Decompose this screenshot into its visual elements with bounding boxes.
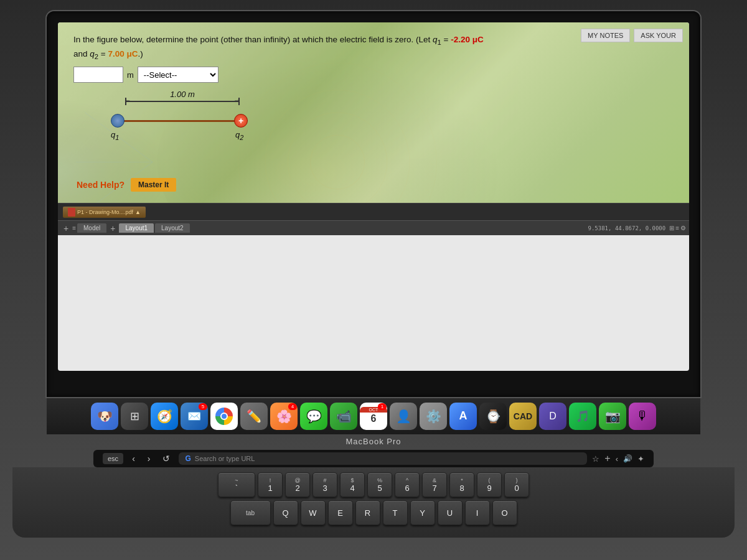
macbook-pro-label: MacBook Pro [345, 437, 401, 446]
esc-key[interactable]: esc [103, 453, 123, 464]
key-0[interactable]: ) 0 [504, 472, 529, 497]
key-1[interactable]: ! 1 [258, 472, 283, 497]
chevron-button[interactable]: ‹ [616, 454, 618, 464]
key-9[interactable]: ( 9 [477, 472, 502, 497]
add-tab-touch-button[interactable]: + [604, 453, 610, 464]
q2-charge: + [234, 114, 248, 128]
dock-icon-safari[interactable]: 🧭 [151, 403, 178, 430]
add-layout-button[interactable]: + [108, 223, 118, 233]
menu-tab-button[interactable]: ≡ [72, 225, 76, 231]
dock-icon-calendar[interactable]: OCT 6 1 [360, 403, 387, 430]
need-help-section: Need Help? Master It [77, 178, 674, 192]
keyboard-row-numbers: ~ ` ! 1 @ 2 # 3 $ 4 % 5 [25, 472, 722, 497]
key-e[interactable]: E [328, 500, 353, 525]
model-tab[interactable]: Model [77, 223, 106, 233]
answer-input-row: m --Select-- to the left of q₁ between q… [73, 67, 674, 83]
my-notes-button[interactable]: MY NOTES [581, 29, 630, 42]
search-placeholder: Search or type URL [195, 455, 255, 462]
layout2-tab[interactable]: Layout2 [155, 223, 190, 233]
touch-bar: esc ‹ › ↺ G Search or type URL ☆ + ‹ 🔊 ✦ [93, 450, 654, 467]
photos-badge: 4 [288, 403, 297, 410]
volume-icon: 🔊 [623, 454, 632, 463]
key-u[interactable]: U [438, 500, 463, 525]
dock-icon-appstore[interactable]: A [449, 403, 477, 430]
master-it-button[interactable]: Master It [131, 178, 176, 192]
unit-label: m [127, 70, 134, 80]
tab-bar: + ≡ Model + Layout1 Layout2 9.5381, 44.8… [58, 220, 689, 235]
key-6[interactable]: ^ 6 [395, 472, 420, 497]
ask-your-button[interactable]: ASK YOUR [634, 29, 683, 42]
key-t[interactable]: T [383, 500, 408, 525]
forward-button[interactable]: › [144, 452, 154, 465]
add-tab-button[interactable]: + [61, 223, 71, 233]
google-icon: G [185, 454, 190, 463]
taskbar-pdf-item[interactable]: P1 - Drawing-Mo....pdf ▲ [63, 207, 146, 218]
key-4[interactable]: $ 4 [340, 472, 365, 497]
dock: 🐶 ⊞ 🧭 ✉️ 5 ✏️ 🌸 4 💬 [47, 397, 700, 434]
key-r[interactable]: R [355, 500, 380, 525]
coordinates-display: 9.5381, 44.8672, 0.0000 [588, 225, 666, 231]
bookmark-button[interactable]: ☆ [592, 454, 599, 464]
dock-icon-facetime2[interactable]: 📷 [599, 403, 626, 430]
dock-icon-chrome[interactable] [210, 403, 238, 430]
q1-label: q1 [111, 130, 119, 141]
brightness-icon: ✦ [637, 454, 644, 464]
dock-icon-spotify[interactable]: 🎵 [569, 403, 596, 430]
key-tilde[interactable]: ~ ` [218, 472, 255, 497]
key-w[interactable]: W [301, 500, 326, 525]
dock-icon-photos[interactable]: 🌸 4 [270, 403, 298, 430]
reload-button[interactable]: ↺ [159, 452, 174, 465]
pdf-icon [68, 208, 75, 217]
key-7[interactable]: & 7 [422, 472, 447, 497]
top-buttons: MY NOTES ASK YOUR [581, 29, 683, 42]
key-q[interactable]: Q [273, 500, 298, 525]
layout1-tab[interactable]: Layout1 [119, 223, 154, 233]
expand-icon: ▲ [135, 209, 141, 215]
distance-label: 1.00 m [170, 90, 195, 99]
keyboard-row-qwerty: tab Q W E R T Y U I O [25, 500, 722, 525]
key-y[interactable]: Y [410, 500, 435, 525]
settings-tab-icon[interactable]: ⚙ [680, 225, 686, 231]
screen-content: MY NOTES ASK YOUR In the figure below, d… [58, 22, 689, 371]
dock-icon-launchpad[interactable]: ⊞ [121, 403, 148, 430]
key-8[interactable]: * 8 [449, 472, 474, 497]
key-2[interactable]: @ 2 [285, 472, 310, 497]
answer-input[interactable] [73, 67, 123, 83]
grid-icon: ⊞ [669, 225, 674, 231]
dock-icon-finder[interactable]: 🐶 [91, 403, 118, 430]
pdf-label: P1 - Drawing-Mo....pdf [77, 209, 133, 215]
dock-icon-photos-edit[interactable]: ✏️ [240, 403, 268, 430]
direction-select[interactable]: --Select-- to the left of q₁ between q₁ … [138, 67, 218, 83]
dock-icon-screentime[interactable]: ⌚ [479, 403, 507, 430]
url-search-bar[interactable]: G Search or type URL [179, 452, 587, 465]
charge-rod [117, 120, 242, 122]
key-i[interactable]: I [465, 500, 490, 525]
distance-arrow: 1.00 m ← → [125, 98, 240, 105]
key-5[interactable]: % 5 [367, 472, 392, 497]
screen-bezel: MY NOTES ASK YOUR In the figure below, d… [47, 11, 700, 397]
dock-icon-discord[interactable]: D [539, 403, 566, 430]
key-3[interactable]: # 3 [312, 472, 337, 497]
dock-icon-messages[interactable]: 💬 [300, 403, 327, 430]
laptop-body: MY NOTES ASK YOUR In the figure below, d… [0, 0, 747, 560]
calendar-badge: 1 [378, 403, 387, 410]
key-tab[interactable]: tab [230, 500, 271, 525]
key-o[interactable]: O [492, 500, 517, 525]
dock-icon-cad[interactable]: CAD [509, 403, 537, 430]
taskbar: P1 - Drawing-Mo....pdf ▲ [58, 203, 689, 220]
keyboard: ~ ` ! 1 @ 2 # 3 $ 4 % 5 [12, 467, 735, 538]
mail-badge: 5 [199, 403, 207, 410]
chrome-logo [215, 408, 233, 425]
problem-statement: In the figure below, determine the point… [73, 34, 497, 62]
dock-icon-podcasts[interactable]: 🎙 [629, 403, 656, 430]
dock-icon-preferences[interactable]: ⚙️ [420, 403, 447, 430]
physics-problem-area: MY NOTES ASK YOUR In the figure below, d… [58, 22, 689, 203]
back-button[interactable]: ‹ [128, 452, 139, 465]
diagram: 1.00 m ← → [111, 95, 254, 144]
need-help-label: Need Help? [77, 180, 125, 190]
dock-icon-mail[interactable]: ✉️ 5 [181, 403, 208, 430]
dock-icon-facetime[interactable]: 📹 [330, 403, 357, 430]
dock-icon-contacts[interactable]: 👤 [390, 403, 417, 430]
layers-icon: ≡ [675, 225, 679, 231]
q2-label: q2 [235, 130, 243, 141]
